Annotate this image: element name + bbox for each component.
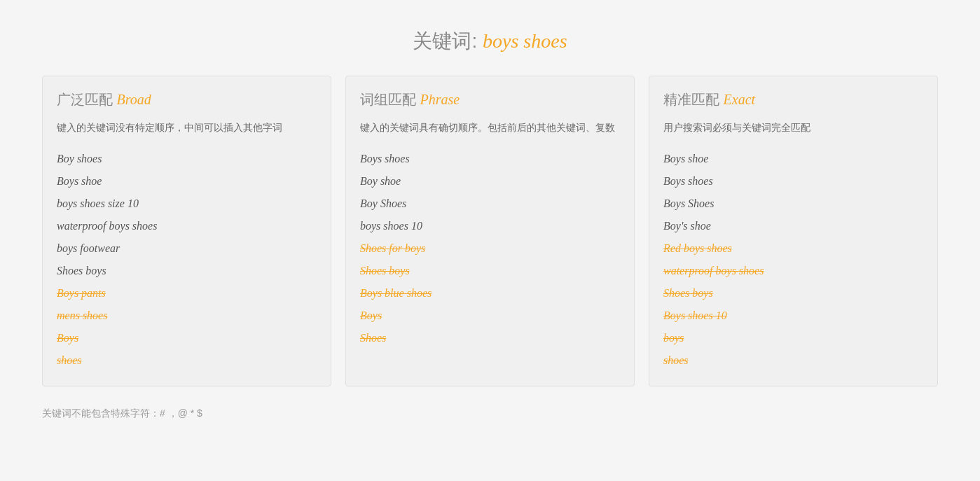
column-header-exact: 精准匹配 Exact (663, 90, 923, 109)
list-item: Shoes boys (360, 260, 620, 282)
list-item: Boys shoes (663, 170, 923, 193)
list-item: boys footwear (57, 237, 317, 260)
list-item: mens shoes (57, 305, 317, 327)
list-item: Shoes for boys (360, 237, 620, 260)
list-item: Shoes boys (663, 282, 923, 305)
list-item: Shoes boys (57, 260, 317, 282)
header-cn-phrase: 词组匹配 (360, 92, 416, 107)
list-item: waterproof boys shoes (57, 215, 317, 237)
description-phrase: 键入的关键词具有确切顺序。包括前后的其他关键词、复数 (360, 120, 620, 135)
list-item: boys shoes size 10 (57, 193, 317, 215)
title-prefix: 关键词: (413, 30, 483, 52)
list-item: Shoes (360, 327, 620, 349)
page-title: 关键词: boys shoes (14, 28, 966, 55)
footer-text: 关键词不能包含特殊字符：# ，@ * $ (42, 407, 202, 419)
title-keyword: boys shoes (483, 30, 567, 52)
list-item: shoes (57, 349, 317, 372)
description-exact: 用户搜索词必须与关键词完全匹配 (663, 120, 923, 135)
items-list-broad: Boy shoesBoys shoeboys shoes size 10wate… (57, 148, 317, 372)
list-item: Boys (360, 305, 620, 327)
list-item: Boys (57, 327, 317, 349)
list-item: Boys blue shoes (360, 282, 620, 305)
list-item: Boy shoes (57, 148, 317, 170)
column-exact: 精准匹配 Exact用户搜索词必须与关键词完全匹配Boys shoeBoys s… (649, 76, 938, 386)
list-item: Boys pants (57, 282, 317, 305)
columns-container: 广泛匹配 Broad键入的关键词没有特定顺序，中间可以插入其他字词Boy sho… (14, 76, 966, 386)
header-en-broad: Broad (117, 92, 151, 107)
header-cn-exact: 精准匹配 (663, 92, 719, 107)
list-item: Boy shoe (360, 170, 620, 193)
list-item: boys (663, 327, 923, 349)
list-item: Boys Shoes (663, 193, 923, 215)
items-list-exact: Boys shoeBoys shoesBoys ShoesBoy's shoeR… (663, 148, 923, 372)
column-header-phrase: 词组匹配 Phrase (360, 90, 620, 109)
header-en-exact: Exact (724, 92, 756, 107)
list-item: boys shoes 10 (360, 215, 620, 237)
list-item: Boy Shoes (360, 193, 620, 215)
items-list-phrase: Boys shoesBoy shoeBoy Shoesboys shoes 10… (360, 148, 620, 349)
column-phrase: 词组匹配 Phrase键入的关键词具有确切顺序。包括前后的其他关键词、复数Boy… (345, 76, 635, 386)
header-cn-broad: 广泛匹配 (57, 92, 113, 107)
list-item: Boy's shoe (663, 215, 923, 237)
list-item: Boys shoes (360, 148, 620, 170)
list-item: waterproof boys shoes (663, 260, 923, 282)
list-item: Boys shoes 10 (663, 305, 923, 327)
list-item: Boys shoe (663, 148, 923, 170)
list-item: Boys shoe (57, 170, 317, 193)
column-header-broad: 广泛匹配 Broad (57, 90, 317, 109)
list-item: shoes (663, 349, 923, 372)
header-en-phrase: Phrase (420, 92, 460, 107)
column-broad: 广泛匹配 Broad键入的关键词没有特定顺序，中间可以插入其他字词Boy sho… (42, 76, 331, 386)
list-item: Red boys shoes (663, 237, 923, 260)
description-broad: 键入的关键词没有特定顺序，中间可以插入其他字词 (57, 120, 317, 135)
footer-note: 关键词不能包含特殊字符：# ，@ * $ (14, 407, 966, 420)
